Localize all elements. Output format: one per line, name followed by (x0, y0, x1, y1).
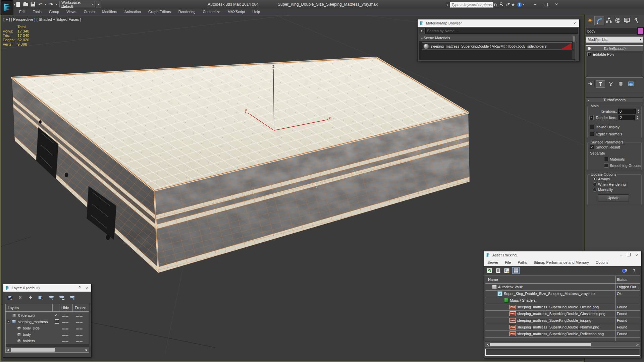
add-to-layer-button[interactable]: + (27, 295, 34, 301)
table-view-button[interactable] (512, 267, 520, 274)
freeze-toggle[interactable] (75, 313, 83, 317)
tab-motion[interactable] (613, 16, 622, 25)
scroll-left-icon[interactable]: < (485, 343, 490, 347)
iterations-field[interactable]: 0 (618, 109, 636, 114)
scroll-right-icon[interactable]: > (84, 348, 89, 352)
show-end-result-button[interactable] (596, 80, 605, 88)
scrollbar-thumb[interactable] (11, 348, 55, 352)
make-unique-button[interactable] (606, 80, 615, 87)
layer-dialog-title-bar[interactable]: Layer: 0 (default) ?× (3, 284, 91, 292)
scrollbar-thumb[interactable] (490, 343, 591, 346)
menu-options[interactable]: Options (592, 260, 612, 264)
favorites-button[interactable]: ★ (510, 2, 516, 7)
status-column-header[interactable]: Status (617, 276, 627, 283)
highlight-layer-button[interactable] (58, 295, 65, 301)
undo-dropdown-arrow[interactable]: ▾ (45, 3, 46, 6)
iterations-spinner[interactable]: ▴▾ (637, 109, 640, 114)
menu-bitmap-performance[interactable]: Bitmap Performance and Memory (530, 260, 592, 264)
layers-column-header[interactable]: Layers (6, 304, 53, 311)
table-row[interactable]: Autodesk Vault Logged Out ... (485, 284, 640, 291)
name-column-header[interactable]: Name (488, 276, 498, 283)
hide-toggle[interactable] (61, 333, 69, 337)
render-iters-spinner[interactable]: ▴▾ (636, 115, 639, 120)
table-row[interactable]: PNG sleeping_mattress_SuperKingDouble_No… (485, 324, 640, 331)
menu-group[interactable]: Group (45, 9, 63, 15)
freeze-toggle[interactable] (75, 333, 83, 337)
pin-stack-button[interactable] (586, 80, 595, 87)
tab-utilities[interactable] (631, 16, 640, 25)
modifier-enabled-bulb-icon[interactable] (587, 47, 591, 50)
modifier-list-dropdown[interactable]: Modifier List ▾ (586, 36, 643, 43)
table-row[interactable]: PNG sleeping_mattress_SuperKingDouble_io… (485, 317, 640, 324)
collapse-minus-icon[interactable]: − (7, 320, 10, 323)
scrollbar[interactable] (573, 35, 576, 59)
expand-plus-icon[interactable]: + (587, 52, 591, 56)
freeze-column-header[interactable]: Freeze (73, 304, 88, 311)
subscription-button[interactable] (499, 2, 504, 7)
material-item[interactable]: sleeping_mattress_SuperKingDouble ( VRay… (422, 43, 572, 50)
help-dropdown-arrow[interactable]: ▾ (522, 2, 525, 7)
create-layer-button[interactable] (6, 295, 13, 301)
report-view-button[interactable] (495, 267, 501, 274)
turbosmooth-rollout-header[interactable]: - TurboSmooth (586, 97, 643, 103)
menu-help[interactable]: Help (249, 9, 264, 15)
layer-row-default[interactable]: 0 (default) ✓ (6, 312, 89, 318)
always-radio[interactable] (593, 177, 597, 181)
infocenter-search-input[interactable] (450, 2, 493, 8)
minimize-button[interactable]: – (531, 1, 539, 7)
manually-radio[interactable] (593, 188, 597, 192)
freeze-toggle[interactable] (75, 320, 83, 324)
menu-tools[interactable]: Tools (29, 9, 45, 15)
hide-column-header[interactable]: Hide (59, 304, 73, 311)
render-iters-field[interactable]: 2 (619, 115, 635, 120)
infocenter-expand-button[interactable]: ▸ (446, 2, 449, 7)
freeze-toggle[interactable] (75, 339, 83, 343)
save-file-button[interactable] (30, 2, 36, 7)
menu-create[interactable]: Create (80, 9, 98, 15)
menu-server[interactable]: Server (484, 260, 501, 264)
menu-graph-editors[interactable]: Graph Editors (145, 9, 175, 15)
hierarchy-view-button[interactable] (503, 267, 510, 274)
configure-modifier-sets-button[interactable] (627, 80, 635, 87)
materials-checkbox[interactable] (604, 157, 608, 161)
help-icon[interactable]: ? (78, 286, 80, 291)
menu-paths[interactable]: Paths (514, 260, 530, 264)
table-row[interactable]: 3 Super_King_Double_Size_Sleeping_Mattre… (485, 290, 640, 297)
open-file-button[interactable] (23, 2, 28, 7)
minimize-icon[interactable]: – (620, 253, 622, 258)
help-button[interactable]: ? (517, 2, 522, 7)
menu-animation[interactable]: Animation (121, 9, 145, 15)
tab-modify[interactable] (594, 16, 604, 25)
table-row[interactable]: PNG sleeping_mattress_SuperKingDouble_Di… (485, 304, 640, 311)
scroll-right-icon[interactable]: > (635, 343, 640, 347)
maximize-icon[interactable] (627, 253, 631, 256)
communication-center-button[interactable] (505, 2, 511, 7)
app-menu-arrow[interactable]: ▾ (14, 3, 15, 6)
delete-layer-button[interactable]: × (16, 295, 24, 301)
menu-modifiers[interactable]: Modifiers (98, 9, 121, 15)
explicit-normals-checkbox[interactable] (590, 132, 594, 136)
undo-button[interactable]: ↶ (38, 2, 43, 7)
menu-views[interactable]: Views (63, 9, 80, 15)
refresh-button[interactable] (486, 267, 493, 274)
tab-display[interactable] (622, 16, 631, 25)
material-search-input[interactable] (425, 28, 578, 34)
object-row-holders[interactable]: holders (6, 338, 89, 344)
context-help-button[interactable]: ? (631, 267, 638, 274)
search-button[interactable] (492, 2, 497, 7)
smoothing-groups-checkbox[interactable] (604, 163, 608, 168)
update-button[interactable]: Update (598, 194, 629, 201)
workspace-dropdown[interactable]: Workspace: Default ▾ (59, 1, 95, 7)
tab-hierarchy[interactable] (604, 16, 613, 25)
hide-toggle[interactable] (61, 320, 69, 324)
scene-materials-group-header[interactable]: - Scene Materials (419, 35, 576, 41)
maximize-button[interactable] (542, 1, 549, 7)
current-layer-checkbox[interactable] (55, 319, 59, 324)
horizontal-scrollbar[interactable]: < > (6, 347, 89, 352)
browser-options-button[interactable]: ▼ (419, 28, 424, 34)
table-row[interactable]: Maps / Shaders (485, 297, 640, 304)
object-color-swatch[interactable] (637, 27, 644, 35)
new-scene-button[interactable] (15, 2, 21, 7)
close-icon[interactable]: × (635, 253, 638, 258)
stack-item-turbosmooth[interactable]: TurboSmooth (586, 46, 643, 51)
